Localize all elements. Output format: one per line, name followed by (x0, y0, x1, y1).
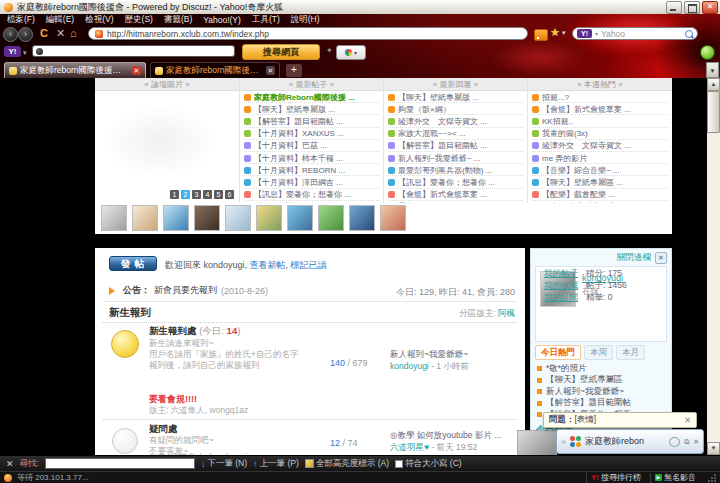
photo-thumbnail[interactable] (163, 205, 189, 231)
maximize-button[interactable] (684, 1, 700, 14)
forward-icon[interactable]: › (18, 27, 33, 42)
topic-list-item[interactable]: 【十月資料】XANXUS ... (244, 128, 379, 140)
gallery-page-button[interactable]: 5 (214, 190, 223, 199)
topic-list-item[interactable]: 綾津外交 文獄寺賀文 ... (388, 115, 523, 127)
stop-icon[interactable]: ✕ (56, 27, 65, 40)
menu-item[interactable]: Yahoo!(Y) (203, 15, 241, 25)
bookmark-star-icon[interactable]: ★ (550, 26, 560, 39)
user-link[interactable]: 我的帖子 (544, 268, 578, 280)
topic-list-item[interactable]: 【十月資料】巴茲 ... (244, 140, 379, 152)
web-search-box[interactable]: Y! ▾ Yahoo (572, 27, 698, 40)
user-link[interactable]: 我的收藏 (544, 280, 578, 292)
toolbar-green-addon-icon[interactable] (700, 45, 715, 60)
tab-close-icon[interactable]: ✕ (266, 66, 275, 75)
last-post-user[interactable]: 六道羽星♥ (390, 442, 429, 452)
topic-list-item[interactable]: 家庭教師Reborn國際後援 ... (244, 91, 379, 103)
photo-thumbnail[interactable] (132, 205, 158, 231)
yahoo-toolbar-logo[interactable]: Y! (4, 46, 21, 57)
topic-list-item[interactable]: 【訊息】愛著你；想著你 ... (244, 189, 379, 201)
topic-list-item[interactable]: 新人報到~我愛爺爺~ ... (388, 152, 523, 164)
last-post-link[interactable]: ◎教學 如何放youtube 影片 ... (390, 430, 518, 442)
category-title[interactable]: 新生報到 (109, 306, 151, 320)
sidebar-tab[interactable]: 本月 (616, 345, 645, 360)
topic-list-item[interactable]: 【會規】新式會規草案 ... (532, 103, 668, 115)
photo-thumbnail[interactable] (318, 205, 344, 231)
close-sidebar-icon[interactable]: ✕ (655, 252, 667, 264)
find-prev-button[interactable]: ↑ 上一筆 (P) (253, 458, 299, 470)
menu-item[interactable]: 工具(T) (252, 14, 280, 26)
menu-item[interactable]: 說明(H) (291, 14, 320, 26)
menu-item[interactable]: 歷史(S) (125, 14, 153, 26)
gallery-page-button[interactable]: 6 (225, 190, 234, 199)
tab-close-icon[interactable]: ✕ (132, 66, 141, 75)
chat-bubble-icon[interactable] (669, 437, 680, 447)
yahoo-search-logo[interactable]: Y! (577, 29, 592, 38)
photo-thumbnail[interactable] (380, 205, 406, 231)
back-icon[interactable]: ‹ (3, 27, 18, 42)
hot-topic-item[interactable]: *敬*的照片 (537, 363, 667, 375)
topic-list-item[interactable]: me 弄的影片 (532, 152, 668, 164)
yahoo-search-input[interactable] (32, 45, 235, 57)
yahoo-search-button[interactable]: 搜尋網頁 (242, 44, 320, 60)
topic-list-item[interactable]: KK招親.. (532, 115, 668, 127)
topic-list-item[interactable]: 【十月資料】柿本千種 ... (244, 152, 379, 164)
photo-thumbnail[interactable] (225, 205, 251, 231)
minimize-button[interactable] (666, 1, 682, 14)
findbar-close-icon[interactable]: ✕ (6, 459, 14, 469)
new-tab-button[interactable]: + (286, 64, 302, 77)
find-input[interactable] (45, 458, 195, 469)
url-bar[interactable]: http://hitmanreborn.xclub.com.tw/index.p… (88, 27, 528, 40)
scroll-up-icon[interactable]: ▲ (707, 78, 720, 91)
topic-list-item[interactable]: 【配樂】戲首配樂 ... (532, 189, 668, 201)
gallery-page-button[interactable]: 2 (181, 190, 190, 199)
topic-list-item[interactable]: 【訊息】愛著你；想著你 ... (388, 176, 523, 188)
gallery-page-button[interactable]: 3 (192, 190, 201, 199)
mark-read-link[interactable]: 標記已讀 (291, 260, 327, 270)
topic-list-item[interactable]: 【聊天】壁紙專屬版 ... (388, 91, 523, 103)
topic-list-item[interactable]: 【解答室】題目範圍帖 ... (388, 140, 523, 152)
view-new-posts-link[interactable]: 查看新帖 (250, 260, 286, 270)
photo-thumbnail[interactable] (287, 205, 313, 231)
highlight-all-button[interactable]: 全部高亮度標示 (A) (305, 458, 389, 470)
home-icon[interactable]: ⌂ (70, 27, 77, 40)
topic-list-item[interactable]: 【十月資料】REBORN ... (244, 164, 379, 176)
last-post-user[interactable]: kondoyugi (390, 361, 429, 371)
hot-topic-item[interactable]: 【解答室】題目範圍帖 (537, 398, 667, 410)
topic-list-item[interactable]: 【聊天】壁紙專屬區 ... (532, 176, 668, 188)
topic-list-item[interactable]: 我畫的圖(3x) (532, 128, 668, 140)
menu-item[interactable]: 書籤(B) (164, 14, 192, 26)
find-next-button[interactable]: ↓ 下一筆 (N) (201, 458, 247, 470)
wretch-video-button[interactable]: ▶ 無名影音 (650, 473, 700, 483)
list-all-tabs-icon[interactable]: ▾ (706, 62, 719, 78)
hot-topic-item[interactable]: 【聊天】壁紙專屬區 (537, 375, 667, 387)
search-engine-dropdown-icon[interactable]: ▾ (595, 30, 598, 37)
notification-toast[interactable]: » 家庭教師rebon ⧉ ✕ (556, 429, 704, 454)
moderator-link[interactable]: 阿楓 (498, 308, 515, 318)
sidebar-tab[interactable]: 本周 (584, 345, 613, 360)
topic-list-item[interactable]: 綾津外交 文獄寺賀文 ... (532, 140, 668, 152)
topic-list-item[interactable]: 【十月資料】澤田綱吉 ... (244, 176, 379, 188)
announcement-link[interactable]: 新會員要先報到 (154, 284, 217, 297)
gallery-page-button[interactable]: 4 (203, 190, 212, 199)
topic-list-item[interactable]: 招親...? (532, 91, 668, 103)
match-case-checkbox[interactable]: 符合大小寫 (C) (395, 458, 462, 470)
tab-background[interactable]: 家庭教師reborn國際後援會 - Powe... ✕ (150, 62, 280, 78)
expand-icon[interactable]: » (561, 437, 566, 447)
menu-item[interactable]: 編輯(E) (46, 14, 74, 26)
reload-icon[interactable]: C (40, 27, 48, 40)
photo-thumbnail[interactable] (349, 205, 375, 231)
topic-list-item[interactable]: 【聊天】壁紙專屬版 ... (244, 103, 379, 115)
menu-item[interactable]: 檔案(F) (7, 14, 35, 26)
rss-icon[interactable] (534, 29, 548, 41)
tooltip-close-icon[interactable]: ✕ (684, 415, 691, 425)
new-post-button[interactable]: 發 帖 (109, 256, 157, 271)
topic-list-item[interactable]: 【解答室】題目範圍帖 ... (244, 115, 379, 127)
close-button[interactable] (702, 1, 718, 14)
hot-topic-item[interactable]: 新人報到~我愛爺爺~ (537, 386, 667, 398)
forum-title[interactable]: 新生報到處 (今日: 14) (149, 325, 240, 338)
scrollbar-thumb[interactable] (707, 91, 720, 133)
popout-icon[interactable]: ⧉ (684, 438, 689, 446)
scroll-down-icon[interactable]: ▼ (707, 442, 720, 455)
menu-item[interactable]: 檢視(V) (85, 14, 113, 26)
vertical-scrollbar[interactable]: ▲ ▼ (707, 78, 720, 455)
